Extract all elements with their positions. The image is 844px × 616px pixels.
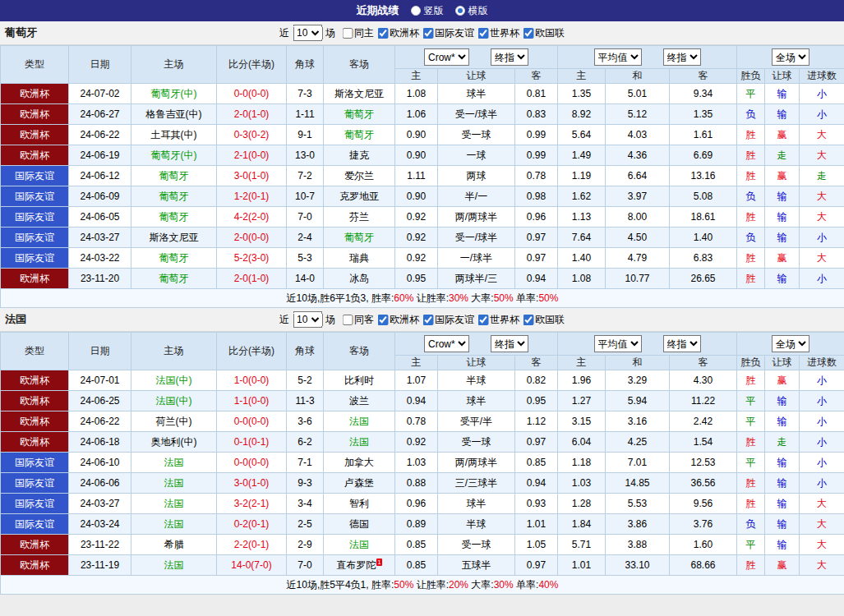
asia-home-odds: 0.78 <box>395 411 438 432</box>
result-goals: 小 <box>800 104 844 125</box>
asia-away-odds: 1.12 <box>515 411 558 432</box>
asia-away-odds: 0.81 <box>515 84 558 104</box>
col-result: 胜负 <box>737 356 765 370</box>
asia-handicap: 受一球 <box>438 432 515 453</box>
home-team-cell: 法国 <box>131 514 217 535</box>
score-cell: 0-1(0-1) <box>217 432 287 453</box>
col-asia-home: 主 <box>395 69 438 84</box>
home-team-cell: 格鲁吉亚(中) <box>131 104 217 125</box>
layout-radio-vertical[interactable]: 竖版 <box>411 4 444 18</box>
checkbox-input[interactable] <box>342 28 353 39</box>
home-team-cell: 法国 <box>131 473 217 494</box>
radio-icon[interactable] <box>455 6 465 16</box>
result-handicap: 输 <box>765 207 800 228</box>
europe-time-select[interactable]: 终指 <box>663 48 701 66</box>
filter-checkbox[interactable]: 欧国联 <box>523 313 565 327</box>
score-cell: 1-0(0-0) <box>217 370 287 391</box>
asia-away-odds: 0.99 <box>515 145 558 166</box>
score-cell: 2-0(1-0) <box>217 104 287 125</box>
checkbox-input[interactable] <box>422 315 433 325</box>
date-cell: 24-06-10 <box>69 453 131 473</box>
near-label: 近 <box>279 313 289 327</box>
asia-home-odds: 0.92 <box>395 432 438 453</box>
match-row: 欧洲杯24-06-22荷兰(中)0-0(0-0)3-6法国0.78受平/半1.1… <box>1 411 844 432</box>
filter-checkbox[interactable]: 同客 <box>342 313 374 327</box>
europe-time-select[interactable]: 终指 <box>663 335 701 352</box>
asia-home-odds: 1.03 <box>395 453 438 473</box>
match-row: 欧洲杯24-06-22土耳其(中)0-3(0-2)9-1葡萄牙0.90受一球0.… <box>1 125 844 145</box>
asia-handicap: 受一/球半 <box>438 228 515 248</box>
date-cell: 24-06-22 <box>69 125 131 145</box>
games-count-select[interactable]: 10 <box>293 25 322 41</box>
away-team-cell: 爱尔兰 <box>324 166 395 186</box>
date-cell: 24-06-27 <box>69 104 131 125</box>
col-score: 比分(半场) <box>217 333 287 370</box>
asia-handicap: 半/一 <box>438 186 515 207</box>
filter-checkbox[interactable]: 欧洲杯 <box>377 26 419 40</box>
filter-checkbox[interactable]: 国际友谊 <box>422 26 474 40</box>
asia-handicap: 球半 <box>438 391 515 411</box>
result-win-draw-loss: 平 <box>737 411 765 432</box>
checkbox-input[interactable] <box>377 315 388 325</box>
result-goals: 小 <box>800 84 844 104</box>
asia-away-odds: 0.96 <box>515 207 558 228</box>
result-win-draw-loss: 平 <box>737 391 765 411</box>
checkbox-input[interactable] <box>377 28 388 39</box>
asia-home-odds: 0.92 <box>395 228 438 248</box>
average-select[interactable]: 平均值 <box>594 335 642 352</box>
asia-home-odds: 0.90 <box>395 186 438 207</box>
asia-away-odds: 0.85 <box>515 453 558 473</box>
checkbox-input[interactable] <box>523 315 533 325</box>
result-handicap: 输 <box>765 104 800 125</box>
col-avg-away: 客 <box>670 356 737 370</box>
result-win-draw-loss: 胜 <box>737 145 765 166</box>
result-group: 全场 <box>737 46 844 69</box>
col-away: 客场 <box>324 333 395 370</box>
league-cell: 欧洲杯 <box>1 411 69 432</box>
result-win-draw-loss: 平 <box>737 453 765 473</box>
result-win-draw-loss: 负 <box>737 228 765 248</box>
result-goals: 小 <box>800 411 844 432</box>
asia-home-odds: 0.89 <box>395 514 438 535</box>
date-cell: 24-06-05 <box>69 207 131 228</box>
asia-home-odds: 1.11 <box>395 166 438 186</box>
games-count-select[interactable]: 10 <box>293 311 322 328</box>
score-cell: 0-3(0-2) <box>217 125 287 145</box>
checkbox-input[interactable] <box>477 28 488 39</box>
period-select[interactable]: 全场 <box>772 48 809 66</box>
checkbox-input[interactable] <box>422 28 433 39</box>
asia-handicap: 球半 <box>438 84 515 104</box>
avg-home-odds: 1.28 <box>558 494 606 514</box>
home-team-cell: 法国 <box>131 494 217 514</box>
filter-checkbox[interactable]: 世界杯 <box>477 26 519 40</box>
odds-time-select[interactable]: 终指 <box>491 48 528 66</box>
league-cell: 欧洲杯 <box>1 104 69 125</box>
summary-stat-value: 40% <box>538 579 558 591</box>
odds-company-select[interactable]: Crow* <box>424 48 469 66</box>
checkbox-input[interactable] <box>477 315 488 325</box>
filter-checkbox[interactable]: 欧洲杯 <box>377 313 419 327</box>
asia-away-odds: 1.05 <box>515 535 558 555</box>
period-select[interactable]: 全场 <box>772 335 809 352</box>
result-goals: 大 <box>800 555 844 576</box>
odds-time-select[interactable]: 终指 <box>491 335 528 352</box>
average-select[interactable]: 平均值 <box>594 48 642 66</box>
asia-away-odds: 0.98 <box>515 186 558 207</box>
filter-checkbox[interactable]: 欧国联 <box>523 26 565 40</box>
result-handicap: 输 <box>765 84 800 104</box>
filter-checkbox[interactable]: 世界杯 <box>477 313 519 327</box>
avg-away-odds: 2.42 <box>670 411 737 432</box>
avg-home-odds: 1.96 <box>558 370 606 391</box>
checkbox-input[interactable] <box>523 28 533 39</box>
date-cell: 24-07-02 <box>69 84 131 104</box>
checkbox-input[interactable] <box>342 315 353 325</box>
filter-bar: 近 10 场 同主欧洲杯国际友谊世界杯欧国联 <box>279 25 565 41</box>
filter-checkbox[interactable]: 国际友谊 <box>422 313 474 327</box>
avg-home-odds: 8.92 <box>558 104 606 125</box>
radio-icon[interactable] <box>411 6 421 16</box>
away-team-cell: 芬兰 <box>324 207 395 228</box>
filter-checkbox[interactable]: 同主 <box>342 26 374 40</box>
odds-company-select[interactable]: Crow* <box>424 335 469 352</box>
avg-away-odds: 13.16 <box>670 166 737 186</box>
layout-radio-horizontal[interactable]: 横版 <box>455 4 488 18</box>
